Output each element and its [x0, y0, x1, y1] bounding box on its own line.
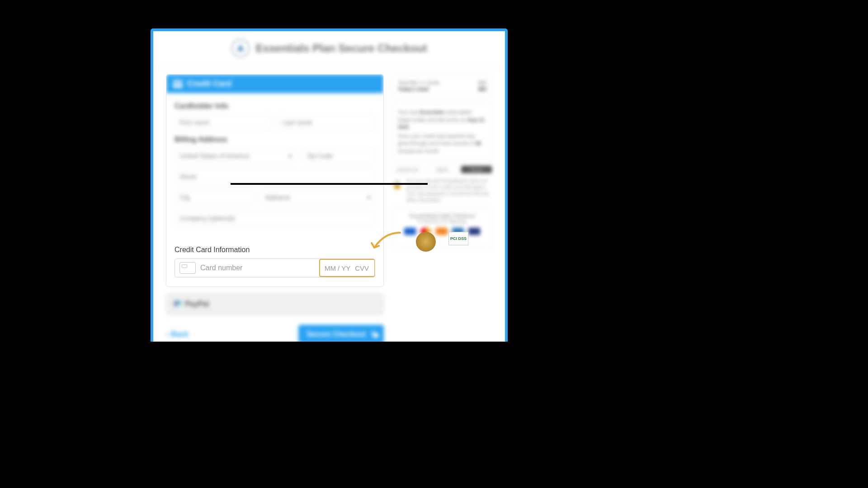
redaction-line [231, 183, 428, 185]
subscription-message: Your new Essentials subscription begins … [392, 102, 492, 161]
card-chip-icon [179, 262, 196, 274]
first-name-field[interactable]: First name [175, 115, 272, 130]
company-field[interactable]: Company (optional) [175, 211, 375, 226]
paypal-panel[interactable]: PP PayPal [166, 293, 384, 315]
city-field[interactable]: City [175, 190, 255, 205]
billing-section-label: Billing Address [175, 136, 375, 144]
summary-total-value: $80 [478, 86, 486, 92]
cardholder-section-label: Cardholder Info [175, 102, 375, 110]
header-divider [158, 67, 500, 68]
summary-line-label: Total Bill x 1 month [398, 80, 439, 85]
credit-card-panel-header[interactable]: Credit Card [166, 75, 383, 93]
card-cvv-input[interactable]: CVV [355, 264, 369, 272]
last-name-field[interactable]: Last name [278, 115, 375, 130]
country-select[interactable]: United States of America ▾ [175, 148, 297, 164]
expiry-cvv-group: MM / YY CVV [319, 259, 375, 277]
page-title: Essentials Plan Secure Checkout [256, 42, 427, 55]
credit-card-panel: Credit Card Cardholder Info First name L… [166, 74, 384, 287]
zip-field[interactable]: Zip Code [302, 148, 375, 164]
lock-icon [370, 331, 376, 338]
page-header: Essentials Plan Secure Checkout [153, 31, 505, 67]
brand-logo-icon [231, 39, 250, 57]
chevron-down-icon: ▾ [367, 194, 370, 201]
security-note: 🔒 For your security RocketReach does not… [392, 178, 492, 203]
paypal-icon: PP [174, 300, 181, 308]
card-number-row: Card number MM / YY CVV [175, 258, 375, 277]
paypal-label: PayPal [185, 300, 208, 308]
guarantee-title: Guaranteed Safe Checkout [398, 213, 486, 219]
cc-info-label: Credit Card Information [175, 246, 375, 254]
secure-checkout-button[interactable]: Secure Checkout [298, 325, 384, 342]
card-expiry-input[interactable]: MM / YY [325, 264, 350, 272]
summary-total-label: Today's total: [398, 86, 429, 92]
chevron-left-icon: ‹ [166, 330, 168, 338]
summary-line-value: $80 [478, 80, 486, 85]
highlight-arrow-icon [371, 230, 402, 253]
credit-card-icon [173, 80, 183, 88]
street-field[interactable]: Street [175, 169, 375, 184]
state-select[interactable]: Alabama ▾ [260, 190, 375, 205]
gold-seal-icon [416, 232, 436, 252]
order-summary: Total Bill x 1 month $80 Today's total: … [392, 74, 492, 98]
badge-recurly: Recurly [461, 165, 492, 174]
credit-card-panel-title: Credit Card [187, 79, 231, 89]
badge-paypal: PayPal [426, 165, 458, 174]
chevron-down-icon: ▾ [288, 152, 292, 160]
back-link[interactable]: ‹ Back [166, 330, 189, 338]
badge-authorize: authorize.net [392, 165, 424, 174]
card-number-input[interactable]: Card number [200, 264, 319, 272]
payment-provider-badges: authorize.net PayPal Recurly [392, 165, 492, 174]
pci-dss-seal-icon: PCI DSS [448, 232, 468, 245]
